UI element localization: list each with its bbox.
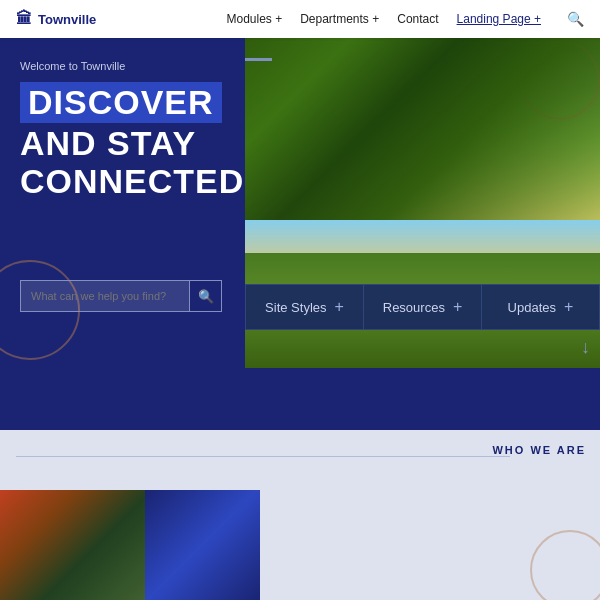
tab-resources[interactable]: Resources + bbox=[364, 285, 482, 329]
hero-tabs-bar: Site Styles + Resources + Updates + bbox=[245, 284, 600, 330]
nav-landing[interactable]: Landing Page + bbox=[457, 12, 541, 26]
navbar: 🏛 Townville Modules + Departments + Cont… bbox=[0, 0, 600, 38]
hero-discover: DISCOVER bbox=[20, 82, 222, 123]
hero-text-block: Welcome to Townville DISCOVER AND STAY C… bbox=[20, 60, 244, 200]
nav-modules[interactable]: Modules + bbox=[226, 12, 282, 26]
hero-section: Welcome to Townville DISCOVER AND STAY C… bbox=[0, 0, 600, 430]
search-btn-icon: 🔍 bbox=[198, 289, 214, 304]
tab-site-styles-label: Site Styles bbox=[265, 300, 326, 315]
bottom-images bbox=[0, 490, 260, 600]
tab-updates-plus: + bbox=[564, 298, 573, 316]
tab-updates-label: Updates bbox=[508, 300, 556, 315]
hero-and-stay: AND STAY bbox=[20, 125, 244, 162]
tab-resources-label: Resources bbox=[383, 300, 445, 315]
who-divider bbox=[16, 456, 510, 457]
search-button[interactable]: 🔍 bbox=[190, 280, 222, 312]
deco-circle-br bbox=[530, 530, 600, 600]
search-icon[interactable]: 🔍 bbox=[567, 11, 584, 27]
hero-welcome: Welcome to Townville bbox=[20, 60, 244, 72]
who-label: WHO WE ARE bbox=[492, 444, 586, 456]
bottom-image-1 bbox=[0, 490, 145, 600]
logo-icon: 🏛 bbox=[16, 10, 32, 28]
logo[interactable]: 🏛 Townville bbox=[16, 10, 126, 28]
nav-departments[interactable]: Departments + bbox=[300, 12, 379, 26]
logo-text: Townville bbox=[38, 12, 96, 27]
tab-site-styles[interactable]: Site Styles + bbox=[246, 285, 364, 329]
hero-connected: CONNECTED bbox=[20, 163, 244, 200]
who-section: WHO WE ARE bbox=[0, 430, 600, 600]
hero-search-bar: 🔍 bbox=[20, 280, 222, 312]
bottom-image-2 bbox=[145, 490, 260, 600]
nav-links: Modules + Departments + Contact Landing … bbox=[226, 11, 584, 27]
scroll-down-arrow[interactable]: ↓ bbox=[581, 337, 590, 358]
tab-resources-plus: + bbox=[453, 298, 462, 316]
tab-updates[interactable]: Updates + bbox=[482, 285, 599, 329]
search-input[interactable] bbox=[20, 280, 190, 312]
tab-site-styles-plus: + bbox=[335, 298, 344, 316]
tree-overlay bbox=[245, 38, 600, 220]
nav-contact[interactable]: Contact bbox=[397, 12, 438, 26]
